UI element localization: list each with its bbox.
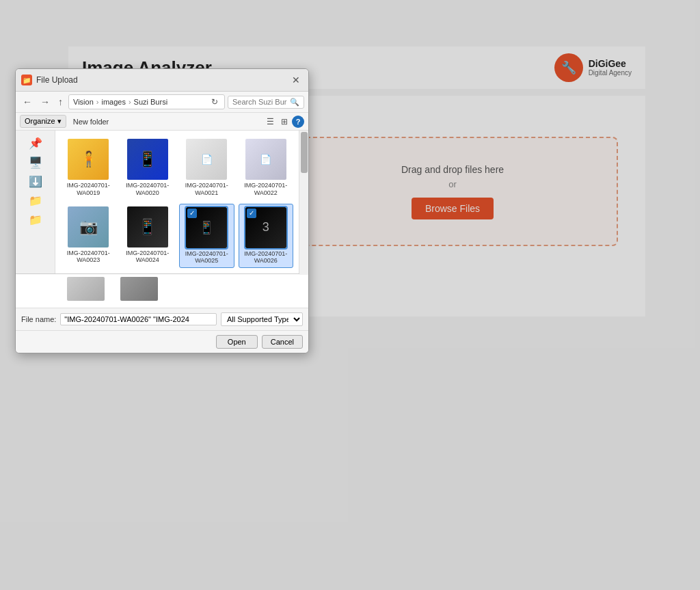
help-button[interactable]: ? — [292, 116, 304, 128]
dialog-titlebar: 📁 File Upload ✕ — [16, 69, 308, 92]
scroll-thumb[interactable] — [301, 132, 308, 173]
dialog-actions: Open Cancel — [16, 331, 308, 353]
file-upload-dialog: 📁 File Upload ✕ ← → ↑ Vision › images › … — [15, 68, 309, 353]
dialog-title-left: 📁 File Upload — [21, 75, 78, 85]
file-item[interactable]: 🧍 IMG-20240701-WA0019 — [61, 136, 116, 200]
file-checkbox: ✓ — [187, 209, 197, 218]
file-thumbnail: 📄 — [245, 139, 286, 180]
shortcut-downloads[interactable]: ⬇️ — [18, 173, 52, 191]
file-thumbnail: 📱 — [127, 206, 168, 247]
shortcut-folder2[interactable]: 📁 — [18, 211, 52, 229]
file-item[interactable]: 📷 IMG-20240701-WA0023 — [61, 204, 116, 269]
open-button[interactable]: Open — [216, 335, 258, 349]
scroll-bar[interactable] — [299, 131, 308, 273]
shortcut-folder1[interactable]: 📁 — [18, 192, 52, 210]
folder-icon: 📁 — [29, 194, 42, 207]
filetype-select[interactable]: All Supported Types — [221, 312, 303, 326]
dialog-nav: ← → ↑ Vision › images › Suzi Bursi ↻ 🔍 — [16, 92, 308, 113]
dialog-toolbar: Organize ▾ New folder ☰ ⊞ ? — [16, 113, 308, 131]
nav-up-button[interactable]: ↑ — [55, 95, 66, 109]
dialog-app-icon: 📁 — [21, 75, 32, 85]
shortcut-desktop[interactable]: 🖥️ — [18, 154, 52, 172]
file-name: IMG-20240701-WA0026 — [244, 250, 287, 265]
nav-refresh-button[interactable]: ↻ — [209, 96, 220, 107]
nav-path: Vision › images › Suzi Bursi ↻ — [68, 94, 225, 109]
dialog-filename-row: File name: All Supported Types — [16, 308, 308, 331]
file-row-bottom — [16, 274, 308, 308]
view-grid-button[interactable]: ⊞ — [278, 116, 291, 128]
file-thumbnail-small — [67, 277, 105, 301]
file-checkbox: ✓ — [247, 209, 256, 218]
nav-path-item: Suzi Bursi — [134, 98, 168, 106]
file-item[interactable]: 📄 IMG-20240701-WA0021 — [179, 136, 234, 200]
filename-label: File name: — [21, 315, 56, 323]
sidebar-shortcuts: 📌 🖥️ ⬇️ 📁 📁 — [16, 131, 55, 273]
organize-button[interactable]: Organize ▾ — [20, 115, 66, 128]
file-item[interactable]: 📱 IMG-20240701-WA0020 — [120, 136, 176, 200]
file-thumbnail: ✓ 📱 — [186, 207, 227, 248]
dialog-overlay: 📁 File Upload ✕ ← → ↑ Vision › images › … — [0, 0, 700, 590]
file-name: IMG-20240701-WA0020 — [126, 182, 169, 197]
file-thumbnail: 📷 — [68, 206, 109, 247]
filename-input[interactable] — [60, 313, 217, 325]
cancel-button[interactable]: Cancel — [262, 335, 303, 349]
file-thumbnail-small — [120, 277, 158, 301]
nav-path-item: Vision — [73, 98, 94, 106]
file-item[interactable]: 📄 IMG-20240701-WA0022 — [239, 136, 294, 200]
file-thumbnail: ✓ 3 — [245, 207, 286, 248]
file-name: IMG-20240701-WA0019 — [67, 182, 110, 197]
scroll-track — [299, 132, 308, 275]
file-name: IMG-20240701-WA0022 — [244, 182, 287, 197]
toolbar-views: ☰ ⊞ ? — [264, 116, 304, 128]
pin-icon: 📌 — [29, 137, 42, 150]
file-name: IMG-20240701-WA0021 — [185, 182, 228, 197]
nav-back-button[interactable]: ← — [20, 95, 35, 109]
file-thumbnail: 📄 — [186, 139, 227, 180]
file-item-selected[interactable]: ✓ 📱 IMG-20240701-WA0025 — [179, 204, 234, 269]
file-name: IMG-20240701-WA0024 — [126, 250, 169, 265]
file-thumbnail: 🧍 — [68, 139, 109, 180]
file-thumbnail: 📱 — [127, 139, 168, 180]
nav-search-input[interactable] — [232, 98, 287, 106]
search-icon: 🔍 — [290, 98, 299, 107]
nav-forward-button[interactable]: → — [38, 95, 53, 109]
desktop-icon: 🖥️ — [29, 156, 42, 169]
file-item[interactable]: 📱 IMG-20240701-WA0024 — [120, 204, 176, 269]
dialog-close-button[interactable]: ✕ — [289, 73, 303, 87]
file-item-partial-2[interactable] — [114, 277, 163, 301]
shortcut-pin[interactable]: 📌 — [18, 135, 52, 152]
nav-search[interactable]: 🔍 — [228, 96, 304, 109]
file-name: IMG-20240701-WA0023 — [67, 250, 110, 265]
folder-icon-2: 📁 — [29, 213, 42, 226]
download-icon: ⬇️ — [29, 175, 42, 188]
file-item-selected-2[interactable]: ✓ 3 IMG-20240701-WA0026 — [239, 204, 294, 269]
view-list-button[interactable]: ☰ — [264, 116, 277, 128]
dialog-title-text: File Upload — [36, 75, 78, 85]
file-grid: 🧍 IMG-20240701-WA0019 📱 IMG-20240701-WA0… — [55, 131, 299, 273]
dialog-browser: 📌 🖥️ ⬇️ 📁 📁 — [16, 131, 308, 274]
file-name: IMG-20240701-WA0025 — [185, 250, 228, 265]
new-folder-button[interactable]: New folder — [70, 116, 112, 127]
nav-path-item: images — [101, 98, 125, 106]
file-item-partial[interactable] — [61, 277, 110, 301]
